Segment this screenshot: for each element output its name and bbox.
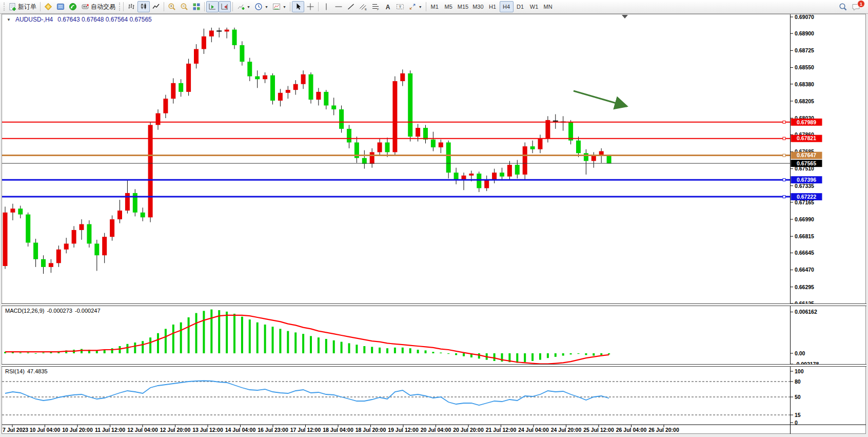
chart-title: ▼ AUDUSD-,H4 0.67643 0.67648 0.67564 0.6… (7, 16, 152, 23)
crosshair-icon (306, 3, 314, 11)
fibonacci-icon: F (371, 3, 380, 11)
chart-profile-button[interactable] (42, 1, 54, 12)
macd-value: -0.000273 (47, 308, 72, 314)
toolbar-drag-handle[interactable] (119, 3, 120, 11)
svg-text:E: E (365, 8, 367, 11)
market-watch-button[interactable] (54, 1, 67, 12)
search-button[interactable] (837, 1, 850, 12)
auto-scroll-button[interactable] (206, 1, 219, 12)
equidistant-channel-button[interactable]: E (357, 1, 369, 12)
arrows-tool-button[interactable]: ▼ (406, 1, 424, 12)
text-tool-button[interactable]: A (382, 1, 394, 12)
toolbar-separator (40, 2, 41, 11)
timeframe-m1-button[interactable]: M1 (428, 1, 442, 12)
time-axis[interactable] (2, 425, 790, 434)
horizontal-line-button[interactable] (332, 1, 345, 12)
signals-button[interactable] (67, 1, 79, 12)
chart-symbol-period: AUDUSD-,H4 (15, 16, 53, 23)
tile-windows-icon (192, 3, 201, 11)
bar-chart-button[interactable] (125, 1, 137, 12)
timeframe-w1-button[interactable]: W1 (527, 1, 541, 12)
templates-icon (272, 3, 281, 11)
vertical-line-icon (322, 3, 330, 11)
macd-signal-value: -0.000247 (75, 308, 101, 314)
zoom-in-icon (168, 3, 176, 11)
line-chart-button[interactable] (150, 1, 162, 12)
chart-ohlc-values: 0.67643 0.67648 0.67564 0.67565 (57, 16, 152, 23)
chevron-down-icon: ▼ (265, 5, 268, 9)
timeframe-group: M1M5M15M30H1H4D1W1MN (428, 1, 555, 12)
rsi-label: RSI(14) 47.4835 (5, 368, 48, 374)
horizontal-line-icon (334, 3, 343, 11)
vertical-line-button[interactable] (320, 1, 332, 12)
autotrading-label: 自动交易 (91, 3, 115, 11)
chevron-down-icon: ▼ (247, 5, 250, 9)
chevron-down-icon: ▼ (419, 5, 422, 9)
crosshair-button[interactable] (304, 1, 317, 12)
chart-main-area[interactable] (2, 14, 790, 303)
candlestick-chart-button[interactable] (137, 1, 150, 12)
indicators-button[interactable]: ▼ (234, 1, 252, 12)
macd-label: MACD(12,26,9) -0.000273 -0.000247 (5, 308, 101, 314)
indicators-icon (236, 3, 245, 11)
main-toolbar: 新订单 自动交易 ▼ ▼ ▼ E F A T ▼ M1M5M15M30H1H4D… (0, 0, 868, 14)
svg-text:F: F (377, 8, 379, 11)
trendline-icon (347, 3, 355, 11)
toolbar-separator (426, 2, 426, 11)
tile-windows-button[interactable] (190, 1, 203, 12)
timeframe-m30-button[interactable]: M30 (470, 1, 485, 12)
search-icon (839, 3, 847, 11)
toolbar-drag-handle[interactable] (4, 3, 5, 11)
autotrading-icon (81, 3, 89, 11)
svg-text:A: A (385, 4, 390, 11)
rsi-name: RSI(14) (5, 368, 25, 374)
timeframe-m15-button[interactable]: M15 (456, 1, 470, 12)
price-axis[interactable] (791, 14, 866, 425)
arrows-icon (408, 3, 417, 11)
timeframe-h4-button[interactable]: H4 (500, 1, 514, 12)
toolbar-separator (164, 2, 164, 11)
templates-button[interactable]: ▼ (270, 1, 288, 12)
line-chart-icon (152, 3, 160, 11)
timeframe-mn-button[interactable]: MN (541, 1, 555, 12)
trendline-button[interactable] (345, 1, 357, 12)
zoom-in-button[interactable] (166, 1, 178, 12)
zoom-out-button[interactable] (178, 1, 190, 12)
signals-icon (69, 3, 77, 11)
pane-separator-rsi[interactable] (2, 364, 866, 367)
chart-shift-icon (221, 3, 229, 11)
chart-dropdown-icon[interactable]: ▼ (7, 17, 11, 22)
toolbar-separator (123, 2, 124, 11)
notification-badge: 1 (857, 0, 865, 8)
timeframe-m5-button[interactable]: M5 (442, 1, 456, 12)
autotrading-button[interactable]: 自动交易 (79, 1, 117, 12)
svg-text:T: T (399, 5, 401, 9)
toolbar-separator (232, 2, 233, 11)
chat-button[interactable]: 1 (850, 1, 863, 12)
pane-separator-macd[interactable] (2, 303, 866, 306)
cursor-icon (294, 3, 302, 11)
macd-name: MACD(12,26,9) (5, 308, 44, 314)
timeframe-h1-button[interactable]: H1 (486, 1, 500, 12)
channel-icon: E (359, 3, 367, 11)
zoom-out-icon (180, 3, 188, 11)
chevron-down-icon: ▼ (283, 5, 286, 9)
text-label-button[interactable]: T (394, 1, 406, 12)
new-order-label: 新订单 (18, 3, 36, 11)
new-order-button[interactable]: 新订单 (6, 1, 38, 12)
cursor-button[interactable] (292, 1, 304, 12)
periods-clock-icon (254, 3, 263, 11)
chart-shift-button[interactable] (219, 1, 231, 12)
text-icon: A (384, 3, 392, 11)
toolbar-separator (290, 2, 290, 11)
toolbar-separator (318, 2, 319, 11)
periods-button[interactable]: ▼ (252, 1, 270, 12)
label-icon: T (396, 3, 404, 11)
chart-profile-icon (44, 3, 52, 11)
toolbar-separator (204, 2, 205, 11)
new-order-icon (8, 3, 16, 11)
candlestick-icon (140, 3, 148, 11)
fibonacci-button[interactable]: F (369, 1, 382, 12)
timeframe-d1-button[interactable]: D1 (514, 1, 527, 12)
auto-scroll-icon (208, 3, 216, 11)
